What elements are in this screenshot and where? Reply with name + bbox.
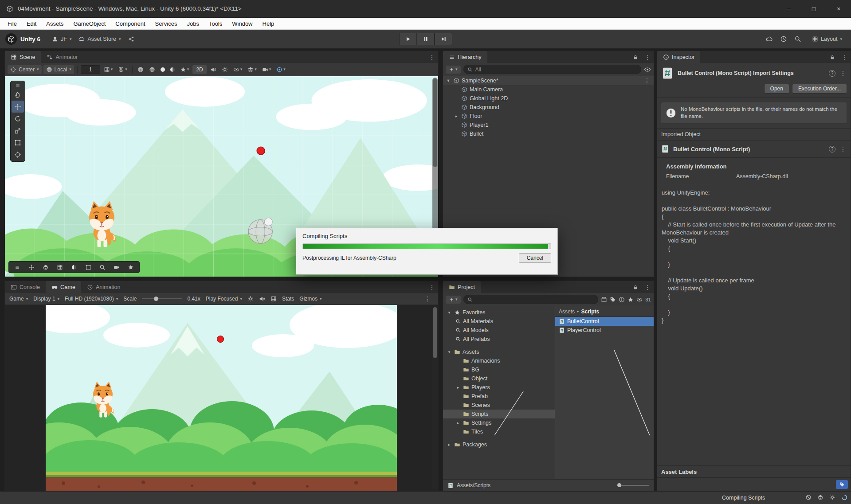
overlay-move-button[interactable] [25, 262, 38, 272]
caret-collapsed-icon[interactable]: ▸ [447, 442, 452, 447]
file-bulletcontrol[interactable]: BulletControl [555, 317, 654, 326]
grid-visibility-dropdown[interactable]: ▾ [102, 65, 115, 74]
tree-folder-bg[interactable]: BG [443, 365, 555, 374]
scene-picking-icon[interactable] [644, 66, 651, 73]
caret-collapsed-icon[interactable]: ▸ [454, 114, 459, 118]
package-icon[interactable] [601, 297, 607, 303]
execution-order-button[interactable]: Execution Order... [792, 84, 847, 94]
tag-icon[interactable] [610, 297, 616, 303]
shading-mode-button[interactable] [147, 65, 157, 74]
panel-menu-icon[interactable]: ⋮ [641, 281, 654, 293]
collab-disabled-icon[interactable] [805, 494, 812, 500]
panel-menu-icon[interactable]: ⋮ [421, 295, 434, 302]
grid-size-input[interactable]: 1 [81, 65, 100, 74]
overlay-grip[interactable] [11, 262, 24, 272]
open-button[interactable]: Open [764, 84, 789, 94]
tab-game[interactable]: Game [46, 281, 81, 293]
tool-handle-position-dropdown[interactable]: Center▾ [8, 65, 42, 74]
tab-hierarchy[interactable]: Hierarchy [443, 51, 487, 63]
overlay-layers-button[interactable] [39, 262, 52, 272]
display-dropdown[interactable]: Display 1▾ [33, 296, 59, 302]
account-dropdown[interactable]: JF▾ [48, 34, 75, 44]
breadcrumb-assets[interactable]: Assets [559, 309, 575, 315]
component-menu-icon[interactable]: ⋮ [839, 70, 847, 77]
effects-dropdown[interactable]: ▾ [178, 65, 191, 74]
scale-slider-knob[interactable] [154, 297, 158, 301]
menu-window[interactable]: Window [227, 18, 257, 30]
menu-edit[interactable]: Edit [22, 18, 41, 30]
game-vertical-scrollbar[interactable] [432, 306, 438, 489]
overlay-grid-button[interactable] [53, 262, 67, 272]
layers-dropdown[interactable]: ▾ [246, 65, 259, 74]
tree-assets-root[interactable]: ▾ Assets [443, 348, 555, 356]
cache-server-icon[interactable] [817, 494, 824, 500]
tree-all-materials[interactable]: All Materials [443, 317, 555, 326]
tree-favorites[interactable]: ▾ Favorites [443, 308, 555, 317]
activity-icon[interactable] [829, 494, 835, 500]
tab-scene[interactable]: Scene [5, 51, 41, 63]
component-menu-icon[interactable]: ⋮ [839, 145, 847, 152]
hierarchy-add-button[interactable]: ▾ [446, 66, 461, 74]
menu-tools[interactable]: Tools [204, 18, 227, 30]
maximize-button[interactable]: □ [801, 0, 826, 17]
scene-shadow-toggle[interactable] [169, 66, 176, 73]
camera-settings-dropdown[interactable]: ▾ [260, 65, 273, 74]
tree-folder-tiles[interactable]: Tiles [443, 427, 555, 436]
gizmos-dropdown[interactable]: Gizmos▾ [299, 296, 322, 302]
hierarchy-item-player1[interactable]: Player1 [443, 121, 654, 129]
hierarchy-search-input[interactable]: All [463, 65, 641, 74]
draw-mode-button[interactable] [136, 65, 145, 74]
hierarchy-item-main-camera[interactable]: Main Camera [443, 85, 654, 94]
asset-store-dropdown[interactable]: Asset Store▾ [75, 34, 124, 44]
close-button[interactable]: × [826, 0, 851, 17]
scale-tool[interactable] [12, 125, 24, 137]
panel-menu-icon[interactable]: ⋮ [426, 51, 438, 63]
menu-assets[interactable]: Assets [41, 18, 68, 30]
transform-tool[interactable] [12, 148, 24, 160]
tool-handle-rotation-dropdown[interactable]: Local▾ [43, 65, 74, 74]
hierarchy-item-bullet[interactable]: Bullet [443, 129, 654, 138]
tree-folder-players[interactable]: ▸ Players [443, 383, 555, 392]
favorites-star-icon[interactable] [627, 297, 634, 303]
tree-folder-animacions[interactable]: Animacions [443, 356, 555, 365]
2d-mode-toggle[interactable]: 2D [192, 65, 206, 74]
hierarchy-item-background[interactable]: Background [443, 103, 654, 112]
menu-jobs[interactable]: Jobs [182, 18, 204, 30]
stats-button[interactable]: Stats [282, 296, 294, 302]
cloud-services-icon[interactable] [766, 35, 773, 43]
layout-dropdown[interactable]: Layout▾ [808, 34, 846, 44]
caret-expanded-icon[interactable]: ▾ [447, 350, 452, 354]
caret-expanded-icon[interactable]: ▼ [446, 78, 451, 83]
tree-folder-object[interactable]: Object [443, 374, 555, 383]
tab-animator[interactable]: Animator [41, 51, 83, 63]
scale-slider[interactable] [142, 298, 182, 299]
gizmos-dropdown[interactable]: ▾ [275, 65, 287, 74]
cancel-button[interactable]: Cancel [519, 253, 551, 263]
hierarchy-item-global-light-2d[interactable]: Global Light 2D [443, 94, 654, 103]
eye-icon[interactable] [636, 297, 643, 303]
plastic-scm-button[interactable] [125, 34, 138, 44]
tool-strip-grip[interactable] [12, 82, 24, 89]
scene-visibility-dropdown[interactable]: ▾ [231, 65, 244, 74]
scene-options-icon[interactable]: ⋮ [643, 77, 654, 84]
tree-folder-settings[interactable]: ▸ Settings [443, 418, 555, 427]
undo-history-icon[interactable] [780, 35, 787, 43]
thumbnail-size-knob[interactable] [617, 483, 621, 487]
rotate-tool[interactable] [12, 113, 24, 125]
tree-folder-scenes[interactable]: Scenes [443, 401, 555, 410]
view-hand-tool[interactable] [12, 89, 24, 101]
tab-project[interactable]: Project [443, 281, 481, 293]
lock-icon[interactable] [630, 51, 641, 63]
menu-component[interactable]: Component [110, 18, 150, 30]
tree-folder-prefab[interactable]: Prefab [443, 392, 555, 401]
file-playercontrol[interactable]: PlayerControl [555, 326, 654, 335]
panel-menu-icon[interactable]: ⋮ [426, 281, 438, 293]
asset-label-tag-button[interactable] [836, 480, 848, 489]
overlay-search-button[interactable] [96, 262, 109, 272]
hidden-count-icon[interactable] [619, 297, 625, 303]
menu-gameobject[interactable]: GameObject [68, 18, 110, 30]
menu-help[interactable]: Help [258, 18, 279, 30]
focus-mode-dropdown[interactable]: Play Focused▾ [206, 296, 242, 302]
game-viewport[interactable] [5, 305, 438, 491]
pause-button[interactable] [417, 33, 435, 45]
